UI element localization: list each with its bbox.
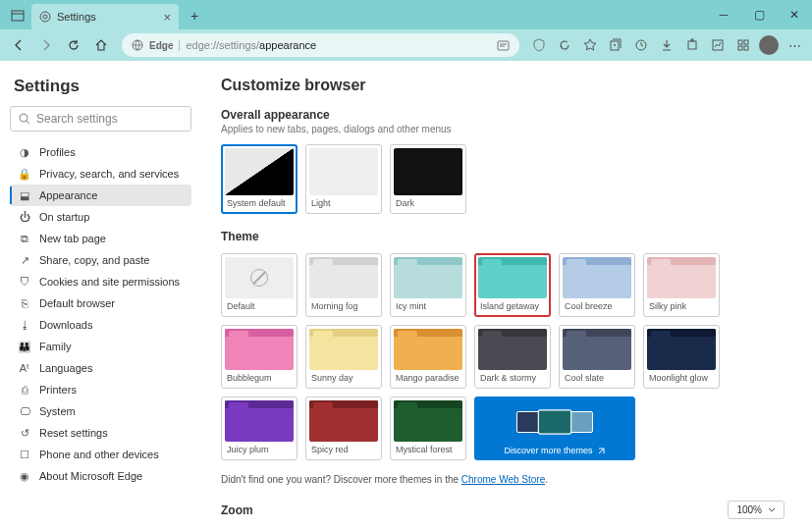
toolbar: Edge edge://settings/appearance ⋯ <box>0 29 812 61</box>
apps-icon[interactable] <box>731 33 755 57</box>
theme-swatch <box>394 257 462 298</box>
swatch-dark <box>394 148 462 195</box>
browser-tab[interactable]: Settings × <box>31 4 179 29</box>
appearance-light[interactable]: Light <box>305 144 382 214</box>
nav-label: System <box>39 405 76 417</box>
nav-label: New tab page <box>39 233 106 244</box>
svg-point-19 <box>20 114 27 122</box>
svg-point-3 <box>43 15 47 19</box>
close-window-button[interactable]: ✕ <box>777 0 812 29</box>
theme-swatch <box>563 257 631 298</box>
history-icon[interactable] <box>629 33 653 57</box>
theme-swatch <box>225 400 294 442</box>
sidebar-item-phone-and-other-devices[interactable]: ☐Phone and other devices <box>10 444 191 465</box>
extensions-icon[interactable] <box>680 33 704 57</box>
theme-bubblegum[interactable]: Bubblegum <box>221 325 298 389</box>
sidebar-item-profiles[interactable]: ◑Profiles <box>10 141 191 163</box>
theme-sunny-day[interactable]: Sunny day <box>305 325 382 389</box>
discover-themes-card[interactable]: Discover more themes <box>474 397 635 460</box>
chrome-webstore-link[interactable]: Chrome Web Store <box>461 474 545 485</box>
sidebar-item-cookies-and-site-permissions[interactable]: ⛉Cookies and site permissions <box>10 271 191 292</box>
theme-mango-paradise[interactable]: Mango paradise <box>390 325 466 389</box>
nav-label: Profiles <box>39 146 76 158</box>
svg-rect-15 <box>738 40 742 44</box>
maximize-button[interactable]: ▢ <box>741 0 777 29</box>
theme-spicy-red[interactable]: Spicy red <box>305 397 382 460</box>
address-bar[interactable]: Edge edge://settings/appearance <box>122 33 519 57</box>
theme-swatch <box>647 257 716 298</box>
sidebar-item-new-tab-page[interactable]: ⧉New tab page <box>10 228 191 249</box>
theme-cool-breeze[interactable]: Cool breeze <box>559 253 635 317</box>
forward-button[interactable] <box>33 32 59 58</box>
theme-dark-stormy[interactable]: Dark & stormy <box>474 325 551 389</box>
back-button[interactable] <box>6 32 31 58</box>
more-menu-icon[interactable]: ⋯ <box>783 33 806 57</box>
chevron-down-icon <box>768 506 776 514</box>
downloads-icon[interactable] <box>655 33 678 57</box>
theme-swatch <box>225 329 294 370</box>
theme-swatch <box>478 329 547 370</box>
theme-default[interactable]: Default <box>221 253 298 317</box>
nav-label: Share, copy, and paste <box>39 254 149 266</box>
home-button[interactable] <box>88 32 114 58</box>
sidebar-item-system[interactable]: 🖵System <box>10 400 191 422</box>
zoom-select[interactable]: 100% <box>728 501 785 519</box>
search-icon <box>19 113 30 125</box>
nav-label: Default browser <box>39 297 115 309</box>
sidebar-item-family[interactable]: 👪Family <box>10 336 191 357</box>
collections-icon[interactable] <box>604 33 627 57</box>
search-input[interactable]: Search settings <box>10 106 191 132</box>
theme-silky-pink[interactable]: Silky pink <box>643 253 720 317</box>
sidebar-item-reset-settings[interactable]: ↺Reset settings <box>10 422 191 444</box>
sidebar-item-on-startup[interactable]: ⏻On startup <box>10 206 191 228</box>
theme-swatch <box>309 329 378 370</box>
reader-icon[interactable] <box>497 39 510 52</box>
sidebar-item-default-browser[interactable]: ⎘Default browser <box>10 292 191 314</box>
nav-label: Reset settings <box>39 427 108 439</box>
appearance-dark[interactable]: Dark <box>390 144 466 214</box>
sidebar-item-languages[interactable]: AᵗLanguages <box>10 357 191 379</box>
nav-icon: ⛉ <box>18 276 31 288</box>
theme-morning-fog[interactable]: Morning fog <box>305 253 382 317</box>
appearance-system-default[interactable]: System default <box>221 144 298 214</box>
nav-label: Privacy, search, and services <box>39 168 179 180</box>
sync-icon[interactable] <box>553 33 576 57</box>
theme-icy-mint[interactable]: Icy mint <box>390 253 466 317</box>
page-title: Customize browser <box>221 77 785 94</box>
profile-avatar[interactable] <box>757 33 781 57</box>
address-text: edge://settings/appearance <box>186 39 316 51</box>
nav-icon: 👪 <box>18 341 31 353</box>
sidebar-item-about-microsoft-edge[interactable]: ◉About Microsoft Edge <box>10 465 191 487</box>
theme-island-getaway[interactable]: Island getaway <box>474 253 551 317</box>
favorites-icon[interactable] <box>578 33 602 57</box>
site-info-icon[interactable] <box>132 39 143 51</box>
tab-favicon <box>39 11 51 23</box>
theme-cool-slate[interactable]: Cool slate <box>559 325 635 389</box>
theme-swatch <box>394 400 462 442</box>
close-tab-icon[interactable]: × <box>163 10 171 25</box>
settings-sidebar: Settings Search settings ◑Profiles🔒Priva… <box>0 61 201 529</box>
nav-icon: 🔒 <box>18 168 31 181</box>
sidebar-item-share-copy-and-paste[interactable]: ↗Share, copy, and paste <box>10 249 191 271</box>
theme-juicy-plum[interactable]: Juicy plum <box>221 397 298 460</box>
nav-icon: ⬓ <box>18 189 31 202</box>
nav-icon: ⎘ <box>18 297 31 309</box>
performance-icon[interactable] <box>706 33 730 57</box>
app-menu-icon[interactable] <box>6 4 29 27</box>
new-tab-button[interactable]: + <box>183 4 206 27</box>
nav-label: Downloads <box>39 319 92 331</box>
svg-rect-0 <box>12 11 24 21</box>
refresh-button[interactable] <box>61 32 86 58</box>
theme-mystical-forest[interactable]: Mystical forest <box>390 397 466 460</box>
sidebar-item-appearance[interactable]: ⬓Appearance <box>10 185 191 206</box>
sidebar-item-privacy-search-and-services[interactable]: 🔒Privacy, search, and services <box>10 163 191 185</box>
shield-icon[interactable] <box>527 33 551 57</box>
sidebar-item-printers[interactable]: ⎙Printers <box>10 379 191 400</box>
theme-moonlight-glow[interactable]: Moonlight glow <box>643 325 720 389</box>
theme-swatch <box>309 400 378 442</box>
sidebar-item-downloads[interactable]: ⭳Downloads <box>10 314 191 336</box>
nav-label: On startup <box>39 211 89 223</box>
minimize-button[interactable]: ─ <box>706 0 741 29</box>
sidebar-heading: Settings <box>14 77 191 96</box>
nav-label: Phone and other devices <box>39 449 159 460</box>
